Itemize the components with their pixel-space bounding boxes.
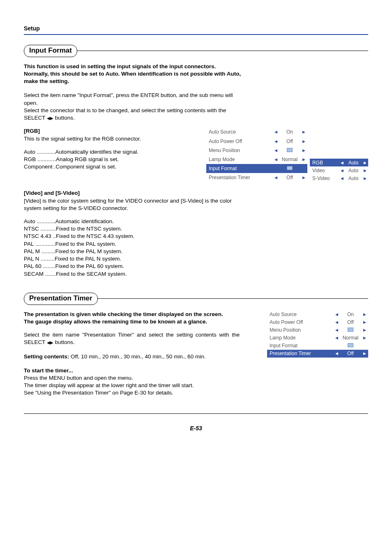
def-item: SECAM ....... Fixed to the SECAM system. bbox=[24, 270, 246, 278]
left-arrow-icon: ◀ bbox=[272, 137, 279, 146]
setup-menu-main-2: Auto Source◀On▶Auto Power Off◀Off▶Menu P… bbox=[267, 311, 368, 358]
def-text: Fixed to the SECAM system. bbox=[56, 270, 127, 278]
menu-row: Menu Position◀▶ bbox=[267, 326, 368, 334]
menu-item-label: Menu Position bbox=[267, 326, 333, 334]
menu-item-value bbox=[340, 326, 361, 334]
menu-row: Presentation Timer◀Off▶ bbox=[206, 173, 307, 182]
left-arrow-icon bbox=[333, 342, 340, 350]
menu-item-value: Normal bbox=[279, 155, 300, 164]
presentation-timer-menu-col: Auto Source◀On▶Auto Power Off◀Off▶Menu P… bbox=[253, 311, 368, 358]
menu-item-value bbox=[279, 146, 300, 155]
pt-intro-2: The gauge display allows the remaining t… bbox=[24, 318, 240, 325]
menu-item-label: Auto Source bbox=[267, 311, 333, 319]
input-format-instruction-2: Select the connector that is to be chang… bbox=[24, 107, 246, 122]
menu-row: Input Format bbox=[206, 164, 307, 173]
def-item: RGB ............ Analog RGB signal is se… bbox=[24, 156, 164, 163]
input-format-instruction-1: Select the item name "Input Format", pre… bbox=[24, 92, 246, 106]
left-arrow-icon: ◀ bbox=[272, 146, 279, 155]
footer-rule bbox=[24, 413, 368, 414]
def-item: NTSC 4.43 .. Fixed to the NTSC 4.43 syst… bbox=[24, 233, 246, 240]
def-text: Fixed to the PAL system. bbox=[55, 240, 117, 248]
def-label: NTSC 4.43 .. bbox=[24, 233, 56, 240]
intro-line-2: Normally, this should be set to Auto. Wh… bbox=[24, 70, 246, 85]
right-arrow-icon: ▶ bbox=[300, 146, 307, 155]
menu-item-label: Auto Power Off bbox=[267, 319, 333, 326]
menu-row: Auto Source◀On▶ bbox=[206, 127, 307, 136]
left-arrow-icon: ◀ bbox=[339, 159, 345, 166]
menu-item-value bbox=[279, 164, 300, 173]
def-label: Auto ............ bbox=[24, 148, 55, 156]
right-arrow-icon: ▶ bbox=[362, 174, 368, 182]
rgb-heading: [RGB] bbox=[24, 127, 164, 135]
left-arrow-icon: ◀ bbox=[339, 166, 345, 174]
menu-item-value bbox=[340, 342, 361, 350]
right-arrow-icon: ▶ bbox=[300, 155, 307, 164]
input-format-intro: This function is used in setting the inp… bbox=[24, 63, 246, 85]
left-arrow-icon: ◀ bbox=[339, 174, 345, 182]
right-arrow-icon: ▶ bbox=[361, 326, 368, 334]
rgb-def-list: Auto ............ Automatically identifi… bbox=[24, 148, 164, 171]
menu-value-icon bbox=[287, 166, 293, 170]
setting-contents-label: Setting contents: bbox=[24, 353, 69, 360]
def-text: Automatic identification. bbox=[55, 218, 114, 225]
menu-row: Lamp Mode◀Normal▶ bbox=[267, 334, 368, 342]
menu-value-icon bbox=[287, 148, 293, 152]
menu-item-label: Menu Position bbox=[206, 146, 272, 155]
menu-item-value: Off bbox=[279, 173, 300, 182]
menu-row: Lamp Mode◀Normal▶ bbox=[206, 155, 307, 164]
start-timer-l3: See "Using the Presentation Timer" on Pa… bbox=[24, 389, 246, 397]
menu-item-value: On bbox=[279, 127, 300, 136]
right-arrow-icon: ▶ bbox=[300, 137, 307, 146]
left-arrow-icon: ◀ bbox=[272, 173, 279, 182]
left-arrow-icon: ◀ bbox=[272, 155, 279, 164]
select-arrows-icon: ◀▶ bbox=[47, 114, 53, 122]
section-title-rule bbox=[77, 51, 368, 51]
pt-inst-suffix: buttons. bbox=[53, 339, 75, 345]
start-timer-block: To start the timer... Press the MENU but… bbox=[24, 367, 246, 397]
section-title-presentation-timer: Presentation Timer bbox=[24, 293, 98, 305]
right-arrow-icon bbox=[300, 164, 307, 173]
menu-value-icon bbox=[348, 328, 353, 332]
left-arrow-icon: ◀ bbox=[333, 334, 340, 342]
menu-item-label: Auto Source bbox=[206, 127, 272, 136]
menu-item-label: Auto Power Off bbox=[206, 137, 272, 146]
right-arrow-icon: ▶ bbox=[362, 159, 368, 166]
menu-row: Auto Power Off◀Off▶ bbox=[267, 319, 368, 326]
menu-item-label: Presentation Timer bbox=[267, 350, 333, 358]
start-timer-l2: The timer display will appear at the low… bbox=[24, 382, 246, 389]
def-item: PAL 60 ........ Fixed to the PAL 60 syst… bbox=[24, 263, 246, 270]
def-label: PAL ............. bbox=[24, 240, 55, 248]
right-arrow-icon: ▶ bbox=[300, 127, 307, 136]
submenu-value: Auto bbox=[345, 159, 362, 166]
menu-item-label: Lamp Mode bbox=[206, 155, 272, 164]
menu-item-label: Input Format bbox=[267, 342, 333, 350]
menu-item-label: Input Format bbox=[206, 164, 272, 173]
menu-item-value: Off bbox=[340, 319, 361, 326]
right-arrow-icon: ▶ bbox=[361, 311, 368, 319]
video-def-list: Auto ............ Automatic identificati… bbox=[24, 218, 246, 278]
left-arrow-icon: ◀ bbox=[272, 127, 279, 136]
def-label: PAL M ......... bbox=[24, 248, 55, 255]
section-input-format-title-row: Input Format bbox=[24, 45, 368, 57]
menu-row: Input Format bbox=[267, 342, 368, 350]
left-arrow-icon bbox=[272, 164, 279, 173]
pt-intro: The presentation is given while checking… bbox=[24, 311, 240, 325]
setup-menu-main: Auto Source◀On▶Auto Power Off◀Off▶Menu P… bbox=[206, 127, 307, 182]
def-text: Analog RGB signal is set. bbox=[56, 156, 119, 163]
def-item: PAL M ......... Fixed to the PAL M syste… bbox=[24, 248, 246, 255]
def-item: Auto ............ Automatic identificati… bbox=[24, 218, 246, 225]
start-timer-l1: Press the MENU button and open the menu. bbox=[24, 374, 246, 382]
right-arrow-icon bbox=[361, 342, 368, 350]
setting-contents: Setting contents: Off, 10 min., 20 min.,… bbox=[24, 353, 246, 360]
menu-item-label: Presentation Timer bbox=[206, 173, 272, 182]
menu-item-value: Normal bbox=[340, 334, 361, 342]
right-arrow-icon: ▶ bbox=[300, 173, 307, 182]
left-arrow-icon: ◀ bbox=[333, 326, 340, 334]
def-label: Auto ............ bbox=[24, 218, 55, 225]
def-text: Fixed to the NTSC 4.43 system. bbox=[56, 233, 134, 240]
def-label: RGB ............ bbox=[24, 156, 56, 163]
right-arrow-icon: ▶ bbox=[361, 350, 368, 358]
pt-intro-1: The presentation is given while checking… bbox=[24, 311, 240, 318]
video-desc: [Video] is the color system setting for … bbox=[24, 197, 246, 212]
menu-row: Auto Power Off◀Off▶ bbox=[206, 137, 307, 146]
